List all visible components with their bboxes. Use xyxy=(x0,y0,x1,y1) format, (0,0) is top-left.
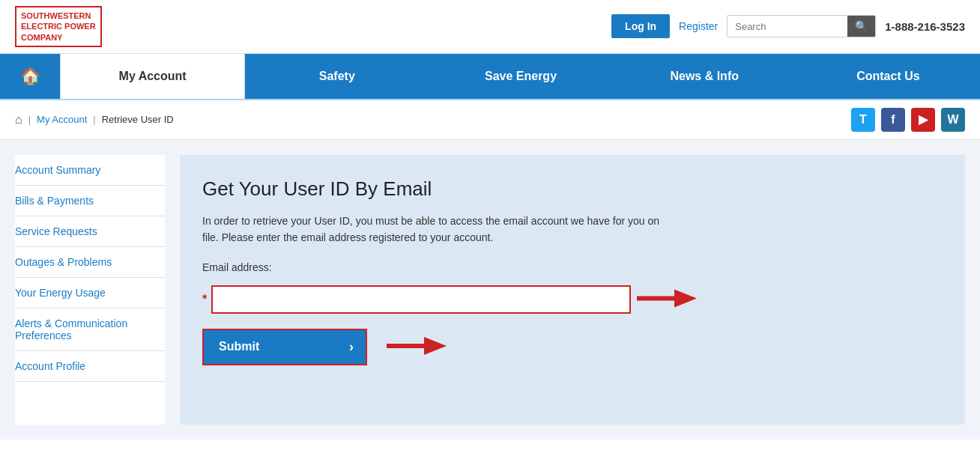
twitter-icon[interactable]: T xyxy=(851,108,875,132)
email-label: Email address: xyxy=(202,261,943,273)
wordpress-icon[interactable]: W xyxy=(941,108,965,132)
sidebar-item-service-requests[interactable]: Service Requests xyxy=(15,216,165,247)
logo-text: SOUTHWESTERN ELECTRIC POWER COMPANY xyxy=(21,10,96,43)
email-label-row: Email address: xyxy=(202,261,943,273)
logo-line3: COMPANY xyxy=(21,33,62,42)
search-input[interactable] xyxy=(728,16,847,37)
submit-row: Submit › xyxy=(202,329,943,365)
phone-number: 1-888-216-3523 xyxy=(885,20,965,33)
sidebar-item-energy-usage[interactable]: Your Energy Usage xyxy=(15,278,165,308)
youtube-icon[interactable]: ▶ xyxy=(911,108,935,132)
register-link[interactable]: Register xyxy=(679,20,718,32)
logo-line2: ELECTRIC POWER xyxy=(21,22,96,31)
sidebar-item-bills-payments[interactable]: Bills & Payments xyxy=(15,186,165,216)
facebook-icon[interactable]: f xyxy=(881,108,905,132)
required-star: * xyxy=(202,293,207,306)
header-center: Log In Register 🔍 1-888-216-3523 xyxy=(180,14,965,38)
sidebar-item-alerts-comm[interactable]: Alerts & Communication Preferences xyxy=(15,308,165,351)
svg-marker-0 xyxy=(637,289,697,307)
breadcrumb-current: Retrieve User ID xyxy=(102,114,174,125)
main-content: Account Summary Bills & Payments Service… xyxy=(0,140,980,440)
nav-home-button[interactable]: 🏠 xyxy=(0,54,60,99)
login-button[interactable]: Log In xyxy=(611,14,670,38)
submit-button[interactable]: Submit › xyxy=(202,329,367,365)
breadcrumb-sep2: | xyxy=(93,114,95,125)
email-input-wrapper xyxy=(211,285,631,314)
submit-label: Submit xyxy=(219,340,259,353)
sidebar-item-outages-problems[interactable]: Outages & Problems xyxy=(15,247,165,278)
breadcrumb: ⌂ | My Account | Retrieve User ID xyxy=(15,113,174,127)
svg-marker-1 xyxy=(387,337,447,355)
nav-item-my-account[interactable]: My Account xyxy=(60,54,245,99)
form-area: Get Your User ID By Email In order to re… xyxy=(180,155,965,425)
form-title: Get Your User ID By Email xyxy=(202,177,943,201)
arrow-to-submit xyxy=(387,335,447,359)
social-icons: T f ▶ W xyxy=(851,108,965,132)
logo-box: SOUTHWESTERN ELECTRIC POWER COMPANY xyxy=(15,6,102,47)
nav-bar: 🏠 My Account Safety Save Energy News & I… xyxy=(0,54,980,100)
sidebar: Account Summary Bills & Payments Service… xyxy=(15,155,165,425)
header: SOUTHWESTERN ELECTRIC POWER COMPANY Log … xyxy=(0,0,980,54)
logo-line1: SOUTHWESTERN xyxy=(21,11,91,20)
search-box: 🔍 xyxy=(727,15,876,37)
nav-item-news-info[interactable]: News & Info xyxy=(613,54,796,99)
arrow-to-input xyxy=(637,287,697,311)
breadcrumb-bar: ⌂ | My Account | Retrieve User ID T f ▶ … xyxy=(0,100,980,140)
nav-item-save-energy[interactable]: Save Energy xyxy=(429,54,612,99)
email-input[interactable] xyxy=(211,285,631,314)
breadcrumb-my-account[interactable]: My Account xyxy=(37,114,87,125)
sidebar-item-account-profile[interactable]: Account Profile xyxy=(15,351,165,382)
logo-area: SOUTHWESTERN ELECTRIC POWER COMPANY xyxy=(15,6,180,47)
form-description: In order to retrieve your User ID, you m… xyxy=(202,213,667,246)
submit-chevron: › xyxy=(349,339,354,355)
breadcrumb-home-icon[interactable]: ⌂ xyxy=(15,113,22,127)
sidebar-item-account-summary[interactable]: Account Summary xyxy=(15,155,165,186)
nav-item-safety[interactable]: Safety xyxy=(245,54,429,99)
search-button[interactable]: 🔍 xyxy=(847,16,875,37)
breadcrumb-sep1: | xyxy=(28,114,31,125)
submit-wrapper: Submit › xyxy=(202,329,367,365)
nav-item-contact-us[interactable]: Contact Us xyxy=(796,54,980,99)
